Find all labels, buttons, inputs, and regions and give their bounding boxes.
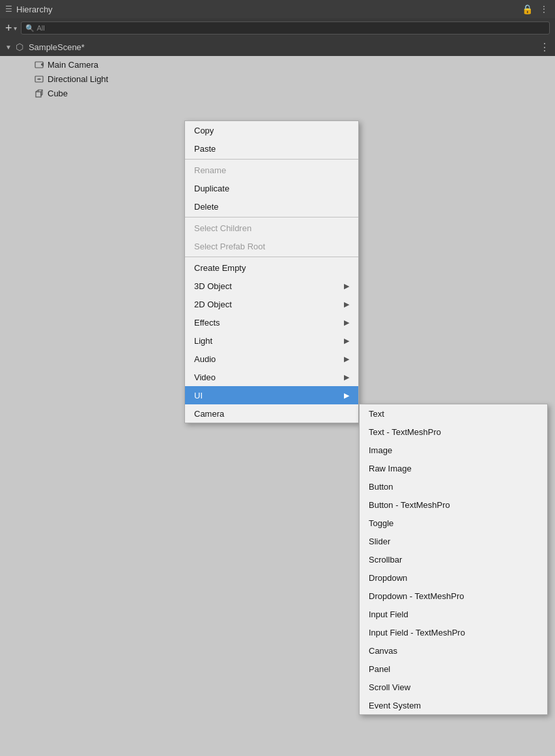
sub-event-system[interactable]: Event System (360, 696, 547, 714)
ctx-camera[interactable]: Camera (185, 404, 358, 423)
ctx-3d-object-label: 3D Object (194, 281, 344, 291)
directional-light-icon (34, 74, 44, 84)
hierarchy-item-main-camera[interactable]: Main Camera (0, 57, 555, 72)
search-bar[interactable]: 🔍 All (21, 21, 550, 35)
sub-scroll-view[interactable]: Scroll View (360, 678, 547, 696)
hierarchy-menu-icon: ☰ (5, 5, 12, 14)
sub-raw-image-label: Raw Image (369, 464, 412, 473)
scene-row[interactable]: ▼ ⬡ SampleScene* ⋮ (0, 38, 555, 56)
ctx-2d-object[interactable]: 2D Object ▶ (185, 295, 358, 313)
ctx-camera-label: Camera (194, 409, 349, 419)
lock-button[interactable]: 🔒 (520, 4, 534, 14)
ctx-video-arrow: ▶ (344, 373, 349, 382)
plus-icon: + (5, 21, 12, 35)
sub-text-tmp-label: Text - TextMeshPro (369, 427, 441, 437)
cube-label: Cube (48, 89, 68, 98)
sub-toggle-label: Toggle (369, 518, 393, 528)
main-camera-label: Main Camera (48, 60, 98, 70)
ctx-separator-1 (185, 159, 358, 160)
hierarchy-item-cube[interactable]: Cube (0, 86, 555, 100)
sub-button-label: Button (369, 482, 393, 492)
ctx-ui[interactable]: UI ▶ (185, 386, 358, 404)
ctx-select-prefab-root-label: Select Prefab Root (194, 242, 349, 251)
ctx-duplicate-label: Duplicate (194, 184, 349, 193)
sub-input-field[interactable]: Input Field (360, 605, 547, 623)
ctx-delete[interactable]: Delete (185, 197, 358, 216)
sub-input-field-tmp[interactable]: Input Field - TextMeshPro (360, 623, 547, 641)
sub-text[interactable]: Text (360, 404, 547, 423)
search-input[interactable]: All (37, 24, 45, 32)
hierarchy-item-directional-light[interactable]: Directional Light (0, 72, 555, 86)
toolbar: + ▾ 🔍 All (0, 18, 555, 38)
panel-title: Hierarchy (16, 5, 517, 14)
ctx-audio[interactable]: Audio ▶ (185, 350, 358, 368)
ctx-effects-label: Effects (194, 318, 344, 328)
sub-panel-label: Panel (369, 664, 390, 674)
ctx-light-arrow: ▶ (344, 337, 349, 345)
add-dropdown-arrow: ▾ (14, 25, 17, 32)
sub-canvas-label: Canvas (369, 646, 397, 656)
cube-object-icon (34, 88, 44, 98)
sub-button[interactable]: Button (360, 477, 547, 496)
ctx-separator-3 (185, 257, 358, 257)
ctx-create-empty[interactable]: Create Empty (185, 259, 358, 277)
hierarchy-panel: ☰ Hierarchy 🔒 ⋮ + ▾ 🔍 All ▼ ⬡ SampleScen… (0, 0, 555, 756)
sub-raw-image[interactable]: Raw Image (360, 459, 547, 477)
camera-icon (34, 59, 44, 70)
ctx-copy-label: Copy (194, 126, 349, 135)
ctx-rename-label: Rename (194, 165, 349, 175)
ctx-3d-object-arrow: ▶ (344, 282, 349, 290)
directional-light-label: Directional Light (48, 74, 108, 84)
sub-button-tmp[interactable]: Button - TextMeshPro (360, 496, 547, 514)
ctx-ui-label: UI (194, 391, 344, 400)
sub-image[interactable]: Image (360, 441, 547, 459)
search-icon: 🔍 (25, 24, 35, 33)
ctx-light[interactable]: Light ▶ (185, 331, 358, 350)
sub-dropdown-tmp-label: Dropdown - TextMeshPro (369, 591, 464, 601)
ctx-effects[interactable]: Effects ▶ (185, 313, 358, 331)
ctx-paste[interactable]: Paste (185, 139, 358, 158)
sub-dropdown[interactable]: Dropdown (360, 568, 547, 587)
ctx-select-prefab-root: Select Prefab Root (185, 237, 358, 255)
scene-expand-arrow: ▼ (5, 44, 12, 51)
ctx-ui-arrow: ▶ (344, 391, 349, 400)
add-object-button[interactable]: + ▾ (5, 21, 17, 35)
ctx-select-children-label: Select Children (194, 223, 349, 233)
sub-canvas[interactable]: Canvas (360, 641, 547, 660)
ctx-2d-object-arrow: ▶ (344, 300, 349, 309)
ctx-video-label: Video (194, 372, 344, 382)
scene-name: SampleScene* (29, 42, 537, 52)
scene-icon: ⬡ (16, 42, 23, 52)
sub-scrollbar[interactable]: Scrollbar (360, 550, 547, 568)
sub-button-tmp-label: Button - TextMeshPro (369, 500, 450, 510)
ctx-paste-label: Paste (194, 144, 349, 154)
sub-input-field-label: Input Field (369, 609, 408, 619)
sub-slider[interactable]: Slider (360, 532, 547, 550)
ctx-rename: Rename (185, 161, 358, 179)
more-options-button[interactable]: ⋮ (538, 4, 550, 14)
sub-text-tmp[interactable]: Text - TextMeshPro (360, 423, 547, 441)
svg-rect-5 (36, 92, 41, 97)
ctx-separator-2 (185, 217, 358, 217)
ctx-video[interactable]: Video ▶ (185, 368, 358, 386)
ctx-duplicate[interactable]: Duplicate (185, 179, 358, 197)
ctx-select-children: Select Children (185, 219, 358, 237)
ctx-copy[interactable]: Copy (185, 121, 358, 139)
sub-slider-label: Slider (369, 537, 390, 546)
sub-toggle[interactable]: Toggle (360, 514, 547, 532)
title-bar: ☰ Hierarchy 🔒 ⋮ (0, 0, 555, 18)
ctx-delete-label: Delete (194, 202, 349, 212)
sub-text-label: Text (369, 409, 384, 419)
ctx-2d-object-label: 2D Object (194, 300, 344, 309)
sub-panel[interactable]: Panel (360, 660, 547, 678)
hierarchy-content: Main Camera Directional Light (0, 56, 555, 100)
ctx-create-empty-label: Create Empty (194, 263, 349, 273)
sub-scrollbar-label: Scrollbar (369, 555, 402, 565)
sub-scroll-view-label: Scroll View (369, 682, 410, 692)
ctx-3d-object[interactable]: 3D Object ▶ (185, 277, 358, 295)
sub-dropdown-tmp[interactable]: Dropdown - TextMeshPro (360, 587, 547, 605)
ctx-effects-arrow: ▶ (344, 318, 349, 327)
ctx-light-label: Light (194, 336, 344, 346)
scene-more-button[interactable]: ⋮ (539, 41, 550, 53)
sub-dropdown-label: Dropdown (369, 573, 407, 583)
